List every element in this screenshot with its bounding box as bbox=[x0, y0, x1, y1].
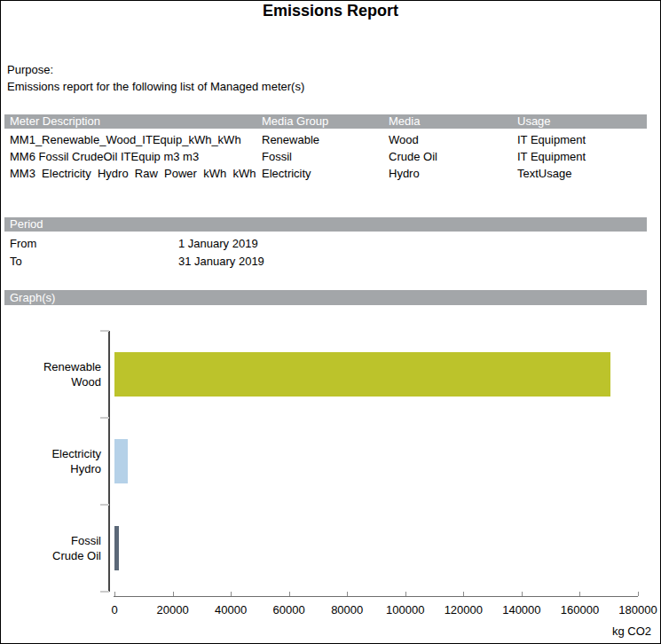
column-header-media: Media bbox=[383, 114, 512, 129]
cell-media-group: Renewable bbox=[256, 131, 383, 148]
category-axis-tick bbox=[100, 591, 109, 593]
period-from-value: 1 January 2019 bbox=[178, 237, 258, 250]
category-axis-line bbox=[108, 331, 110, 592]
value-axis-tick bbox=[405, 592, 406, 596]
meters-table: MM1_Renewable_Wood_ITEquip_kWh_kWh Renew… bbox=[4, 131, 647, 182]
value-axis-tick-label: 160000 bbox=[548, 603, 610, 617]
emissions-bar-chart: 0200004000060000800001000001200001400001… bbox=[1, 311, 661, 644]
period-from-label: From bbox=[10, 237, 36, 250]
table-row: MM3 Electricity Hydro Raw Power kWh kWh … bbox=[4, 165, 647, 182]
cell-meter-description: MM3 Electricity Hydro Raw Power kWh kWh bbox=[4, 165, 256, 182]
cell-media: Hydro bbox=[383, 165, 512, 182]
cell-meter-description: MM6 Fossil CrudeOil ITEquip m3 m3 bbox=[4, 148, 256, 165]
value-axis-tick bbox=[638, 592, 639, 596]
value-axis-tick bbox=[231, 592, 232, 596]
column-header-media-group: Media Group bbox=[256, 114, 383, 129]
value-axis-tick bbox=[289, 592, 290, 596]
table-row: MM6 Fossil CrudeOil ITEquip m3 m3 Fossil… bbox=[4, 148, 647, 165]
bar-electricity-hydro bbox=[114, 439, 128, 483]
period-to-value: 31 January 2019 bbox=[178, 255, 264, 268]
page-title: Emissions Report bbox=[1, 2, 660, 20]
value-axis-tick-label: 140000 bbox=[491, 603, 553, 617]
value-axis-tick-label: 60000 bbox=[258, 603, 320, 617]
value-axis-tick bbox=[463, 592, 464, 596]
column-header-usage: Usage bbox=[512, 114, 647, 129]
cell-media: Wood bbox=[383, 131, 512, 148]
category-axis-tick bbox=[100, 330, 109, 332]
meters-table-header: Meter Description Media Group Media Usag… bbox=[4, 114, 647, 129]
value-axis-tick-label: 0 bbox=[83, 603, 146, 617]
cell-media-group: Fossil bbox=[256, 148, 383, 165]
category-label-fossil-crude-oil: Fossil Crude Oil bbox=[52, 533, 101, 563]
value-axis-tick bbox=[173, 592, 174, 596]
category-axis-tick bbox=[100, 504, 109, 506]
value-axis-title: kg CO2 bbox=[612, 624, 651, 638]
purpose-text: Emissions report for the following list … bbox=[7, 80, 304, 93]
cell-usage: IT Equipment bbox=[512, 148, 647, 165]
value-axis-tick bbox=[522, 592, 523, 596]
cell-usage: TextUsage bbox=[512, 165, 647, 182]
value-axis-tick bbox=[579, 592, 580, 596]
category-label-electricity-hydro: Electricity Hydro bbox=[51, 446, 101, 476]
column-header-meter-description: Meter Description bbox=[4, 114, 256, 129]
emissions-report-page: Emissions Report Purpose: Emissions repo… bbox=[0, 0, 661, 644]
value-axis-line bbox=[114, 596, 638, 597]
value-axis-tick-label: 120000 bbox=[432, 603, 494, 617]
value-axis-tick-label: 80000 bbox=[316, 603, 378, 617]
category-label-renewable-wood: Renewable Wood bbox=[43, 359, 101, 389]
bar-fossil-crude-oil bbox=[114, 526, 119, 570]
purpose-label: Purpose: bbox=[7, 63, 53, 76]
graphs-section-header: Graph(s) bbox=[4, 290, 647, 305]
value-axis-tick-label: 100000 bbox=[374, 603, 437, 617]
category-axis-tick bbox=[100, 417, 109, 419]
cell-media-group: Electricity bbox=[256, 165, 383, 182]
value-axis-tick bbox=[114, 592, 115, 596]
cell-meter-description: MM1_Renewable_Wood_ITEquip_kWh_kWh bbox=[4, 131, 256, 148]
cell-media: Crude Oil bbox=[383, 148, 512, 165]
value-axis-tick-label: 180000 bbox=[607, 603, 661, 617]
table-row: MM1_Renewable_Wood_ITEquip_kWh_kWh Renew… bbox=[4, 131, 647, 148]
value-axis-tick-label: 40000 bbox=[200, 603, 262, 617]
period-section-header: Period bbox=[4, 217, 647, 232]
cell-usage: IT Equipment bbox=[512, 131, 647, 148]
value-axis-tick-label: 20000 bbox=[142, 603, 204, 617]
bar-renewable-wood bbox=[114, 352, 610, 397]
period-to-label: To bbox=[10, 255, 22, 268]
value-axis-tick bbox=[347, 592, 348, 596]
